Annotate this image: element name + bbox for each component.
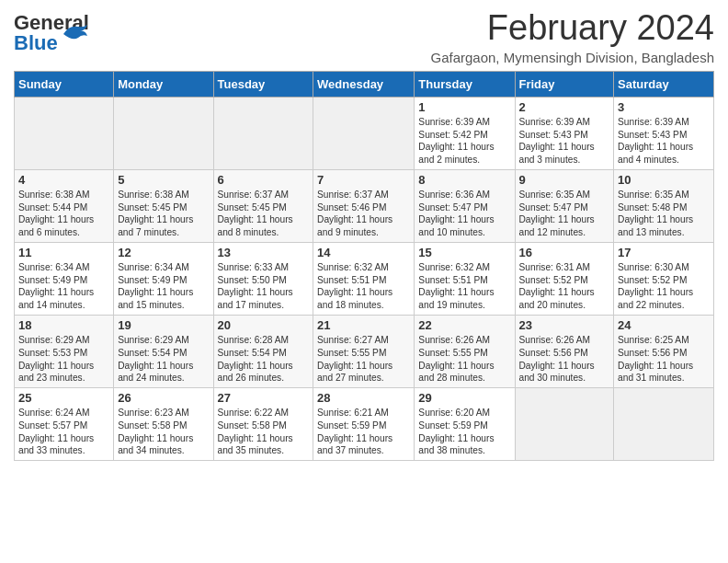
calendar-cell: 14Sunrise: 6:32 AM Sunset: 5:51 PM Dayli… (313, 242, 415, 315)
calendar-cell: 4Sunrise: 6:38 AM Sunset: 5:44 PM Daylig… (15, 169, 114, 242)
calendar-cell: 3Sunrise: 6:39 AM Sunset: 5:43 PM Daylig… (614, 97, 714, 169)
cell-content: Sunrise: 6:21 AM Sunset: 5:59 PM Dayligh… (317, 407, 410, 457)
calendar-week-row: 11Sunrise: 6:34 AM Sunset: 5:49 PM Dayli… (15, 242, 714, 315)
cell-content: Sunrise: 6:22 AM Sunset: 5:58 PM Dayligh… (218, 407, 310, 457)
day-number: 5 (118, 173, 209, 187)
calendar-cell: 29Sunrise: 6:20 AM Sunset: 5:59 PM Dayli… (415, 388, 515, 461)
day-number: 23 (519, 318, 610, 332)
logo: General Blue (14, 9, 115, 53)
day-number: 21 (317, 318, 410, 332)
day-number: 13 (218, 246, 310, 259)
calendar-cell (114, 97, 213, 169)
cell-content: Sunrise: 6:27 AM Sunset: 5:55 PM Dayligh… (317, 334, 410, 385)
header-thursday: Thursday (415, 71, 515, 97)
cell-content: Sunrise: 6:24 AM Sunset: 5:57 PM Dayligh… (18, 407, 109, 457)
cell-content: Sunrise: 6:26 AM Sunset: 5:55 PM Dayligh… (418, 334, 510, 385)
day-number: 11 (18, 246, 109, 259)
cell-content: Sunrise: 6:28 AM Sunset: 5:54 PM Dayligh… (218, 334, 310, 385)
calendar-week-row: 25Sunrise: 6:24 AM Sunset: 5:57 PM Dayli… (15, 388, 714, 461)
calendar-cell: 17Sunrise: 6:30 AM Sunset: 5:52 PM Dayli… (614, 242, 714, 315)
cell-content: Sunrise: 6:29 AM Sunset: 5:53 PM Dayligh… (18, 334, 109, 385)
day-number: 20 (218, 318, 310, 332)
calendar-cell: 23Sunrise: 6:26 AM Sunset: 5:56 PM Dayli… (515, 315, 614, 387)
calendar-week-row: 1Sunrise: 6:39 AM Sunset: 5:42 PM Daylig… (15, 97, 714, 169)
day-number: 26 (118, 391, 209, 405)
calendar-cell: 8Sunrise: 6:36 AM Sunset: 5:47 PM Daylig… (415, 169, 515, 242)
calendar-cell (614, 388, 714, 461)
calendar-week-row: 4Sunrise: 6:38 AM Sunset: 5:44 PM Daylig… (15, 169, 714, 242)
cell-content: Sunrise: 6:33 AM Sunset: 5:50 PM Dayligh… (218, 261, 310, 312)
calendar-cell: 6Sunrise: 6:37 AM Sunset: 5:45 PM Daylig… (213, 169, 313, 242)
calendar-cell: 1Sunrise: 6:39 AM Sunset: 5:42 PM Daylig… (415, 97, 515, 169)
cell-content: Sunrise: 6:39 AM Sunset: 5:43 PM Dayligh… (519, 116, 610, 167)
calendar-cell: 27Sunrise: 6:22 AM Sunset: 5:58 PM Dayli… (213, 388, 313, 461)
calendar-cell: 13Sunrise: 6:33 AM Sunset: 5:50 PM Dayli… (213, 242, 313, 315)
cell-content: Sunrise: 6:36 AM Sunset: 5:47 PM Dayligh… (418, 189, 510, 239)
header-sunday: Sunday (15, 71, 114, 97)
cell-content: Sunrise: 6:35 AM Sunset: 5:48 PM Dayligh… (618, 189, 710, 239)
cell-content: Sunrise: 6:20 AM Sunset: 5:59 PM Dayligh… (418, 407, 510, 457)
calendar-cell: 12Sunrise: 6:34 AM Sunset: 5:49 PM Dayli… (114, 242, 213, 315)
cell-content: Sunrise: 6:29 AM Sunset: 5:54 PM Dayligh… (118, 334, 209, 385)
day-number: 12 (118, 246, 209, 259)
cell-content: Sunrise: 6:38 AM Sunset: 5:44 PM Dayligh… (18, 189, 109, 239)
calendar-cell (515, 388, 614, 461)
day-number: 25 (18, 391, 109, 405)
day-number: 14 (317, 246, 410, 259)
day-number: 28 (317, 391, 410, 405)
cell-content: Sunrise: 6:26 AM Sunset: 5:56 PM Dayligh… (519, 334, 610, 385)
day-number: 29 (418, 391, 510, 405)
day-number: 22 (418, 318, 510, 332)
calendar-cell: 20Sunrise: 6:28 AM Sunset: 5:54 PM Dayli… (213, 315, 313, 387)
title-area: February 2024 Gafargaon, Mymensingh Divi… (115, 9, 714, 65)
day-number: 4 (18, 173, 109, 187)
calendar-week-row: 18Sunrise: 6:29 AM Sunset: 5:53 PM Dayli… (15, 315, 714, 387)
day-number: 7 (317, 173, 410, 187)
header-saturday: Saturday (614, 71, 714, 97)
calendar-cell: 2Sunrise: 6:39 AM Sunset: 5:43 PM Daylig… (515, 97, 614, 169)
calendar-cell: 5Sunrise: 6:38 AM Sunset: 5:45 PM Daylig… (114, 169, 213, 242)
cell-content: Sunrise: 6:31 AM Sunset: 5:52 PM Dayligh… (519, 261, 610, 312)
month-title: February 2024 (115, 9, 714, 48)
calendar-cell: 15Sunrise: 6:32 AM Sunset: 5:51 PM Dayli… (415, 242, 515, 315)
calendar-cell: 10Sunrise: 6:35 AM Sunset: 5:48 PM Dayli… (614, 169, 714, 242)
calendar-header-row: SundayMondayTuesdayWednesdayThursdayFrid… (15, 71, 714, 97)
cell-content: Sunrise: 6:35 AM Sunset: 5:47 PM Dayligh… (519, 189, 610, 239)
cell-content: Sunrise: 6:37 AM Sunset: 5:45 PM Dayligh… (218, 189, 310, 239)
calendar-cell: 24Sunrise: 6:25 AM Sunset: 5:56 PM Dayli… (614, 315, 714, 387)
calendar-cell: 9Sunrise: 6:35 AM Sunset: 5:47 PM Daylig… (515, 169, 614, 242)
logo-blue: Blue (14, 33, 58, 53)
cell-content: Sunrise: 6:25 AM Sunset: 5:56 PM Dayligh… (618, 334, 710, 385)
header: General Blue February 2024 Gafargaon, My… (14, 9, 714, 65)
cell-content: Sunrise: 6:39 AM Sunset: 5:43 PM Dayligh… (618, 116, 710, 167)
calendar-cell: 22Sunrise: 6:26 AM Sunset: 5:55 PM Dayli… (415, 315, 515, 387)
calendar-cell: 19Sunrise: 6:29 AM Sunset: 5:54 PM Dayli… (114, 315, 213, 387)
day-number: 27 (218, 391, 310, 405)
day-number: 3 (618, 100, 710, 114)
calendar-cell: 18Sunrise: 6:29 AM Sunset: 5:53 PM Dayli… (15, 315, 114, 387)
day-number: 19 (118, 318, 209, 332)
calendar-cell: 28Sunrise: 6:21 AM Sunset: 5:59 PM Dayli… (313, 388, 415, 461)
calendar-cell: 7Sunrise: 6:37 AM Sunset: 5:46 PM Daylig… (313, 169, 415, 242)
day-number: 2 (519, 100, 610, 114)
cell-content: Sunrise: 6:32 AM Sunset: 5:51 PM Dayligh… (317, 261, 410, 312)
day-number: 16 (519, 246, 610, 259)
calendar-cell: 21Sunrise: 6:27 AM Sunset: 5:55 PM Dayli… (313, 315, 415, 387)
location-title: Gafargaon, Mymensingh Division, Banglade… (115, 50, 714, 65)
header-tuesday: Tuesday (213, 71, 313, 97)
cell-content: Sunrise: 6:34 AM Sunset: 5:49 PM Dayligh… (18, 261, 109, 312)
cell-content: Sunrise: 6:23 AM Sunset: 5:58 PM Dayligh… (118, 407, 209, 457)
header-wednesday: Wednesday (313, 71, 415, 97)
calendar-cell: 25Sunrise: 6:24 AM Sunset: 5:57 PM Dayli… (15, 388, 114, 461)
cell-content: Sunrise: 6:38 AM Sunset: 5:45 PM Dayligh… (118, 189, 209, 239)
calendar-cell (15, 97, 114, 169)
calendar-cell (313, 97, 415, 169)
cell-content: Sunrise: 6:32 AM Sunset: 5:51 PM Dayligh… (418, 261, 510, 312)
calendar-cell: 16Sunrise: 6:31 AM Sunset: 5:52 PM Dayli… (515, 242, 614, 315)
day-number: 18 (18, 318, 109, 332)
day-number: 15 (418, 246, 510, 259)
cell-content: Sunrise: 6:37 AM Sunset: 5:46 PM Dayligh… (317, 189, 410, 239)
day-number: 17 (618, 246, 710, 259)
day-number: 10 (618, 173, 710, 187)
day-number: 24 (618, 318, 710, 332)
